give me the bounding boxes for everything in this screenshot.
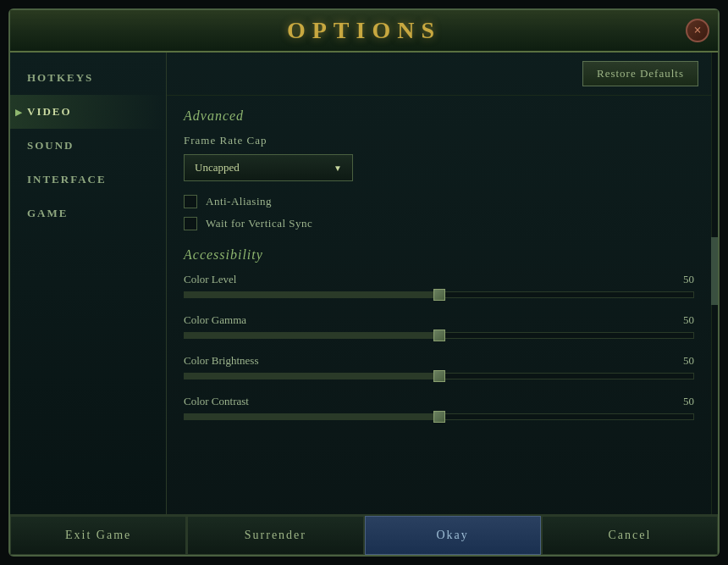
sidebar-item-sound[interactable]: SOUND	[10, 129, 166, 163]
scroll-indicator	[711, 53, 718, 514]
sidebar: HOTKEYS VIDEO SOUND INTERFACE GAME	[10, 53, 167, 514]
vsync-row[interactable]: Wait for Vertical Sync	[184, 217, 694, 230]
color-contrast-slider-row: Color Contrast 50	[184, 395, 694, 420]
sidebar-item-hotkeys[interactable]: HOTKEYS	[10, 61, 166, 95]
surrender-button[interactable]: Surrender	[187, 516, 363, 555]
color-level-label: Color Level	[184, 273, 236, 286]
color-brightness-thumb[interactable]	[433, 370, 445, 382]
color-contrast-track[interactable]	[184, 413, 694, 420]
accessibility-header: Accessibility	[184, 247, 694, 263]
modal-body: HOTKEYS VIDEO SOUND INTERFACE GAME	[10, 53, 718, 514]
main-content: Restore Defaults Advanced Frame Rate Cap…	[167, 53, 711, 514]
color-brightness-slider-row: Color Brightness 50	[184, 354, 694, 379]
dropdown-arrow-icon: ▼	[334, 163, 342, 173]
exit-game-button[interactable]: Exit Game	[10, 516, 186, 555]
sidebar-item-interface[interactable]: INTERFACE	[10, 163, 166, 197]
color-level-slider-row: Color Level 50	[184, 273, 694, 298]
color-brightness-fill	[185, 374, 439, 379]
scroll-thumb[interactable]	[711, 237, 718, 305]
anti-aliasing-row[interactable]: Anti-Aliasing	[184, 195, 694, 208]
color-gamma-slider-row: Color Gamma 50	[184, 313, 694, 339]
color-brightness-value: 50	[683, 354, 694, 368]
close-button[interactable]: ×	[686, 19, 709, 42]
color-gamma-track[interactable]	[184, 332, 694, 339]
frame-rate-cap-dropdown-container: Uncapped ▼	[184, 154, 694, 181]
sidebar-item-video[interactable]: VIDEO	[10, 95, 166, 129]
sidebar-item-game[interactable]: GAME	[10, 197, 166, 230]
frame-rate-cap-label: Frame Rate Cap	[184, 134, 694, 147]
vsync-label: Wait for Vertical Sync	[206, 217, 312, 230]
modal-footer: Exit Game Surrender Okay Cancel	[10, 514, 718, 555]
color-gamma-fill	[185, 333, 439, 338]
color-level-value: 50	[683, 273, 694, 286]
vsync-checkbox[interactable]	[184, 217, 197, 230]
anti-aliasing-checkbox[interactable]	[184, 195, 197, 208]
content-header: Restore Defaults	[167, 53, 711, 96]
advanced-header: Advanced	[184, 108, 694, 124]
frame-rate-cap-dropdown[interactable]: Uncapped ▼	[184, 154, 353, 181]
color-gamma-label: Color Gamma	[184, 313, 246, 327]
anti-aliasing-label: Anti-Aliasing	[206, 195, 272, 208]
color-level-track[interactable]	[184, 291, 694, 298]
options-modal: OPTIONS × HOTKEYS VIDEO SOUND INTERFACE	[8, 8, 720, 557]
color-level-thumb[interactable]	[433, 289, 445, 301]
color-contrast-fill	[185, 414, 439, 419]
accessibility-section: Accessibility Color Level 50	[184, 247, 694, 420]
content-scroll[interactable]: Advanced Frame Rate Cap Uncapped ▼ Anti-…	[167, 96, 711, 514]
restore-defaults-button[interactable]: Restore Defaults	[582, 61, 698, 86]
color-brightness-track[interactable]	[184, 373, 694, 379]
cancel-button[interactable]: Cancel	[542, 516, 718, 555]
okay-button[interactable]: Okay	[365, 516, 541, 555]
color-contrast-label: Color Contrast	[184, 395, 249, 408]
title-bar: OPTIONS ×	[10, 10, 718, 53]
color-gamma-value: 50	[683, 313, 694, 327]
modal-overlay: OPTIONS × HOTKEYS VIDEO SOUND INTERFACE	[0, 0, 728, 565]
color-contrast-value: 50	[683, 395, 694, 408]
advanced-section: Advanced Frame Rate Cap Uncapped ▼ Anti-…	[184, 108, 694, 230]
color-level-fill	[185, 292, 439, 297]
color-contrast-thumb[interactable]	[433, 411, 445, 423]
color-gamma-thumb[interactable]	[433, 330, 445, 341]
modal-title: OPTIONS	[287, 17, 441, 43]
color-brightness-label: Color Brightness	[184, 354, 258, 368]
